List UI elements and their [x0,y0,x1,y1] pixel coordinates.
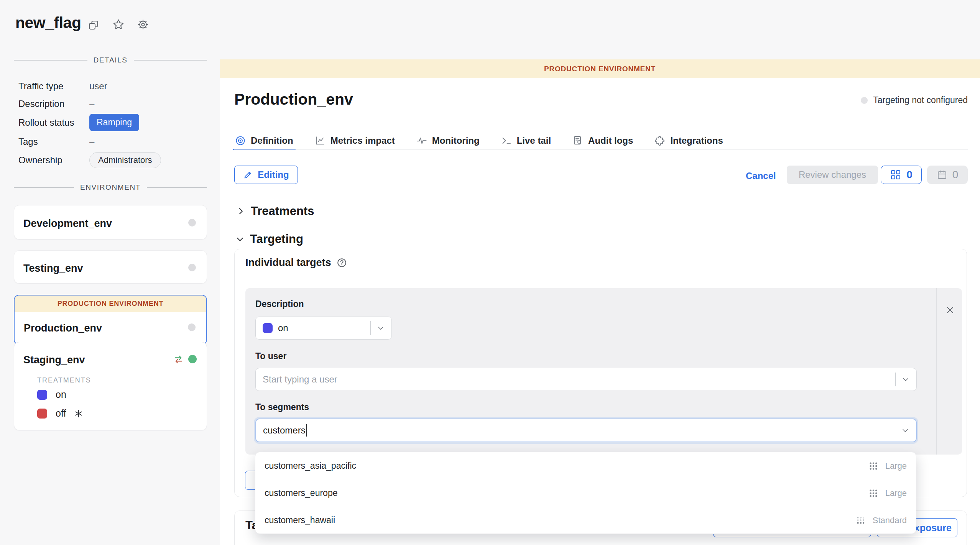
tab-label: Monitoring [432,135,480,146]
chevron-down-icon[interactable] [902,376,909,383]
schedule-counter-button[interactable]: 0 [927,166,968,184]
env-name-testing: Testing_env [23,263,83,274]
to-segments-label: To segments [255,402,309,412]
cancel-button[interactable]: Cancel [746,171,776,181]
env-card-development[interactable]: Development_env [14,205,207,240]
tab-label: Definition [251,135,293,146]
tab-integrations[interactable]: Integrations [654,132,723,149]
tab-audit-logs[interactable]: Audit logs [572,132,634,149]
segments-dropdown: customers_asia_pacific Large customers_e… [255,452,916,534]
editing-button[interactable]: Editing [234,166,298,184]
treatment-off-label: off [56,408,66,419]
targeting-status: Targeting not configured [861,95,968,105]
detail-value-tags: – [89,136,94,147]
segment-size-label: Standard [873,515,907,525]
detail-label-traffic-type: Traffic type [18,81,63,92]
details-divider: DETAILS [14,56,207,64]
select-divider [895,424,896,437]
section-treatments[interactable]: Treatments [236,204,314,218]
environment-section-label: ENVIRONMENT [80,183,141,192]
page-title: Production_env [234,90,353,108]
tab-metrics-impact[interactable]: Metrics impact [314,132,396,149]
tabs: Definition Metrics impact Monitoring Liv… [234,132,724,149]
chevron-down-icon[interactable] [901,427,909,434]
detail-label-description: Description [18,98,64,109]
help-icon[interactable] [337,258,347,268]
large-segment-grid-icon [869,489,878,497]
changes-counter-button[interactable]: 0 [881,166,922,184]
production-environment-banner-text: PRODUCTION ENVIRONMENT [544,65,656,73]
sync-arrows-icon [173,354,184,364]
tab-definition[interactable]: Definition [234,132,294,149]
select-divider [370,321,371,335]
text-caret [306,424,307,437]
env-card-staging[interactable]: Staging_env TREATMENTS on off [14,342,207,430]
to-user-combo[interactable] [255,368,917,391]
env-status-dot [188,219,196,227]
treatments-section-label: Treatments [251,204,314,218]
tab-label: Integrations [670,135,723,146]
chevron-down-icon[interactable] [377,324,385,332]
individual-targets-header: Individual targets [245,257,347,269]
segment-size-label: Large [885,461,907,471]
flag-title: new_flag [15,14,81,32]
description-label: Description [255,299,304,309]
detail-label-rollout-status: Rollout status [18,117,74,128]
environment-divider: ENVIRONMENT [14,183,207,192]
dropdown-item-customers-hawaii[interactable]: customers_hawaii Standard [255,507,916,534]
env-card-production[interactable]: PRODUCTION ENVIRONMENT Production_env [14,295,207,345]
chevron-down-icon [235,235,245,244]
detail-label-ownership: Ownership [18,155,62,166]
exposure-button-label: xposure [914,522,952,534]
production-environment-banner: PRODUCTION ENVIRONMENT [220,59,980,78]
treatment-select-value: on [278,323,288,333]
tab-monitoring[interactable]: Monitoring [416,132,480,149]
tab-label: Metrics impact [331,135,395,146]
detail-value-description: – [89,98,94,109]
individual-target-rule-panel: Description on To user [245,288,962,455]
puzzle-icon [654,135,665,146]
to-segments-combo[interactable]: customers [255,419,917,442]
dropdown-item-customers-asia-pacific[interactable]: customers_asia_pacific Large [255,452,916,479]
close-icon[interactable] [945,305,955,315]
production-env-card-banner: PRODUCTION ENVIRONMENT [15,295,206,312]
status-dot-icon [861,97,868,104]
details-section-label: DETAILS [94,56,128,64]
treatment-select[interactable]: on [255,317,392,340]
segment-name: customers_asia_pacific [265,461,356,471]
tabs-divider [234,149,968,150]
default-treatment-asterisk-icon [74,409,83,418]
star-icon[interactable] [112,18,125,31]
terminal-icon [501,135,512,146]
gear-icon[interactable] [136,18,150,31]
pencil-icon [243,170,253,180]
segment-size-label: Large [885,488,907,498]
select-divider [895,373,896,386]
chart-icon [315,135,326,146]
editing-button-label: Editing [258,169,289,180]
production-env-card-banner-text: PRODUCTION ENVIRONMENT [58,300,164,308]
treatment-on-swatch [263,323,273,333]
tab-live-tail[interactable]: Live tail [500,132,552,149]
targeting-section-label: Targeting [250,232,303,246]
tab-label: Live tail [517,135,551,146]
schedule-count: 0 [952,169,959,181]
env-card-testing[interactable]: Testing_env [14,250,207,284]
to-segments-input-value: customers [263,425,306,436]
copy-icon[interactable] [87,19,100,31]
treatment-on-label: on [56,389,66,400]
individual-targets-heading: Individual targets [245,257,331,269]
env-status-dot [188,264,196,271]
standard-segment-grid-icon [857,516,865,525]
detail-value-traffic-type: user [89,81,107,92]
review-changes-button[interactable]: Review changes [787,166,878,184]
env-status-dot-active [188,355,197,363]
dropdown-item-customers-europe[interactable]: customers_europe Large [255,479,916,507]
page: new_flag DETAILS Traffic type user Descr… [0,0,980,545]
to-user-input[interactable] [263,374,895,385]
detail-label-tags: Tags [18,136,38,147]
treatments-label: TREATMENTS [37,376,91,384]
chevron-right-icon [236,207,245,216]
treatment-row-on: on [37,389,66,400]
section-targeting[interactable]: Targeting [235,232,303,246]
